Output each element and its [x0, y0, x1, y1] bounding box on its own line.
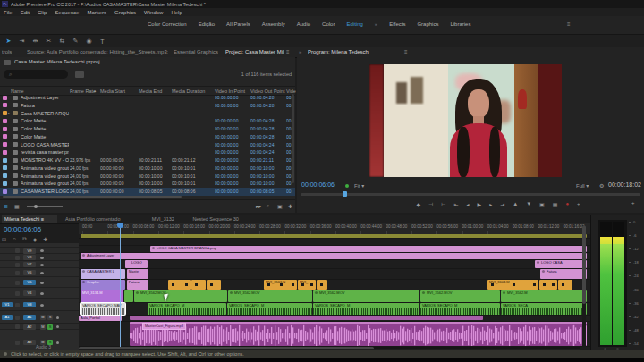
timeline-clip[interactable]: MVI_ [298, 280, 316, 290]
timeline-clip[interactable] [130, 316, 483, 320]
timeline-clip[interactable]: MVI_3563.N [264, 280, 297, 290]
clip-marker-icon [267, 283, 270, 286]
timeline-clip[interactable] [317, 280, 327, 290]
timeline-clip[interactable] [80, 234, 587, 238]
meter-fill-green [600, 244, 612, 345]
clip-marker-icon [292, 283, 294, 286]
timeline-clip[interactable]: MVI_3562.MOV [228, 290, 312, 302]
clip-label: MasterCast_Figura.mp3 [142, 323, 186, 330]
button-editor-plus[interactable]: + [631, 200, 635, 206]
clip-label: Adjustment Layer [87, 253, 114, 258]
timeline-clip[interactable] [191, 280, 206, 290]
clip-name-strip [130, 322, 587, 324]
timeline-clip[interactable]: VARIOS_SECAPO_M [148, 303, 226, 315]
meter-tick [629, 235, 631, 236]
meter-tick [629, 262, 631, 263]
audio-waveform [501, 308, 587, 315]
premiere-app-window: Pr Adobe Premiere Pro CC 2017 - F:\Audio… [0, 0, 644, 362]
meter-tick [629, 330, 631, 331]
fx-badge [82, 254, 85, 257]
timeline-clip[interactable]: Aula_Portfol [79, 316, 122, 321]
audio-meter-right-channel [613, 222, 624, 345]
meter-tick [629, 290, 631, 290]
audio-waveform [313, 308, 419, 315]
timeline-clip[interactable] [558, 280, 572, 290]
timeline-clip[interactable]: CASAMASTER L [80, 269, 125, 279]
timeline-clips: LOGO CASA MASTER BRANCA.pngAdjustment La… [0, 0, 590, 362]
timeline-clip[interactable]: MVI_3562.M [501, 290, 587, 302]
timeline-clip[interactable]: VARIOS_SECAPO_M [227, 303, 312, 315]
fx-badge [82, 270, 85, 273]
timeline-clip[interactable]: MasterCast_Figura.mp3 [130, 322, 587, 346]
clip-marker-icon [552, 283, 555, 286]
timeline-clip[interactable]: VARIOS_SECA [501, 303, 587, 315]
clip-marker-icon [280, 283, 283, 286]
timeline-clip[interactable]: LOGO CASA [535, 260, 587, 268]
meter-tick-label: -24 [633, 274, 639, 278]
timeline-clip[interactable]: Fatura [127, 280, 148, 290]
program-duration: 00:00:18:02 [608, 181, 641, 188]
meter-tick-label: 0 [633, 220, 635, 224]
meter-tick-label: -18 [633, 260, 639, 265]
clip-marker-icon [543, 283, 546, 286]
timeline-playhead-line[interactable] [120, 223, 121, 347]
settings-wrench-icon[interactable]: ⚙ [599, 182, 604, 189]
meter-tick [629, 275, 631, 276]
status-text: Click to select, or click in empty space… [11, 351, 583, 357]
status-bar: Click to select, or click in empty space… [0, 350, 644, 358]
timeline-clip[interactable]: VARIOS_SECAPO_M [313, 303, 419, 315]
timeline-clip[interactable]: LOGO [125, 260, 148, 268]
clip-marker-icon [172, 283, 174, 286]
meter-tick-label: -30 [633, 288, 639, 292]
meter-tick-label: -6 [633, 233, 637, 238]
clip-label: MVI_3562.MOV [140, 290, 165, 296]
timeline-clip[interactable]: MVI_3134.M [80, 290, 123, 302]
clip-label: MVI_3562.MOV [427, 290, 452, 296]
timeline-clip[interactable]: Maste [127, 269, 148, 279]
timeline-clip[interactable]: VARIOS_SECAPO_M [420, 303, 500, 315]
clip-label: Aula_Portfol [80, 316, 100, 321]
timeline-clip[interactable]: MVI_3562.MOV [313, 290, 419, 302]
audio-waveform [80, 308, 125, 315]
fx-badge [82, 281, 85, 283]
meter-fill-green [613, 244, 624, 345]
timeline-clip[interactable]: VARIOS_SECAPO.WAV [80, 303, 125, 315]
timeline-clip[interactable]: Adjustment Layer [80, 253, 587, 259]
timeline-clip[interactable] [168, 280, 191, 290]
clip-marker-icon [195, 283, 198, 286]
clip-marker-icon [320, 283, 323, 286]
timeline-clip[interactable]: Fatura [540, 269, 587, 279]
timeline-panel: Milena Tedeschi ≡Aula Portfólio comentad… [0, 215, 590, 350]
timeline-clip[interactable] [207, 280, 221, 290]
meter-fill-yellow [613, 237, 624, 244]
clip-label: LOGO [131, 260, 142, 265]
timeline-playhead-head[interactable] [117, 223, 123, 228]
fx-badge [537, 261, 539, 264]
clip-label: Maste [129, 269, 139, 274]
fx-badge [542, 270, 545, 273]
fx-badge [503, 291, 505, 294]
audio-waveform [227, 308, 312, 315]
clip-label: LOGO CASA [541, 260, 563, 265]
bottom-edge [0, 358, 644, 362]
timeline-clip[interactable]: MVI_3604.M [487, 280, 538, 290]
timeline-clip[interactable] [124, 290, 133, 302]
meter-tick-label: -36 [633, 301, 639, 306]
clip-label: MVI_3134.M [82, 290, 103, 296]
timeline-clip[interactable]: LOGO CASA MASTER BRANCA.png [150, 246, 587, 252]
timeline-vertical-scrollbar[interactable] [582, 225, 586, 347]
clip-marker-icon [185, 283, 188, 286]
timeline-clip[interactable]: MVI_3562.MOV [134, 290, 227, 302]
meter-tick [629, 222, 631, 223]
meter-tick-label: -42 [633, 315, 639, 319]
timeline-horizontal-scrollbar[interactable] [79, 347, 580, 349]
meter-tick [629, 303, 631, 304]
audio-waveform [420, 308, 500, 315]
clip-label: MVI_3562.MOV [319, 290, 344, 296]
clip-label: Fatura [129, 280, 140, 285]
timeline-clip[interactable]: MVI_3562.MOV [420, 290, 500, 302]
clip-label: MVI_3562.M [507, 290, 528, 296]
timeline-clip[interactable] [539, 280, 557, 290]
timeline-clip[interactable]: Graphic [80, 280, 125, 290]
audio-meters-panel[interactable]: 0-6-12-18-24-30-36-42-48-54 [590, 215, 644, 350]
